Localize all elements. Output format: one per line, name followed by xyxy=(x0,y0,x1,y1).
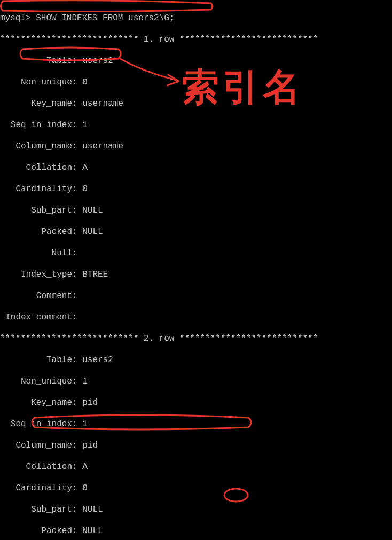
idx1-colname-value: username xyxy=(82,142,123,151)
idx1-null-label: Null xyxy=(0,248,72,259)
idx1-collation-value: A xyxy=(82,163,88,173)
idx1-nonunique-label: Non_unique xyxy=(0,77,72,88)
idx1-subpart-label: Sub_part xyxy=(0,205,72,216)
idx2-colname-label: Column_name xyxy=(0,440,72,451)
idx1-seq-value: 1 xyxy=(82,120,88,130)
command-1: SHOW INDEXES FROM users2\G; xyxy=(36,13,174,23)
idx1-seq-label: Seq_in_index xyxy=(0,120,72,130)
idx2-cardinality-value: 0 xyxy=(82,483,88,493)
idx2-packed-label: Packed xyxy=(0,526,72,536)
prompt: mysql> xyxy=(0,13,31,23)
idx1-idxtype-label: Index_type xyxy=(0,269,72,280)
idx1-keyname-label: Key_name xyxy=(0,98,72,109)
idx2-collation-value: A xyxy=(82,462,88,472)
idx2-packed-value: NULL xyxy=(82,526,103,536)
idx2-seq-label: Seq_in_index xyxy=(0,419,72,429)
row-separator-1: *************************** 1. row *****… xyxy=(0,34,392,45)
idx1-colname-label: Column_name xyxy=(0,141,72,152)
idx2-keyname-value: pid xyxy=(82,398,98,408)
idx1-nonunique-value: 0 xyxy=(82,77,88,87)
idx1-table-value: users2 xyxy=(82,56,113,66)
idx1-packed-label: Packed xyxy=(0,226,72,237)
idx2-cardinality-label: Cardinality xyxy=(0,483,72,494)
idx2-subpart-value: NULL xyxy=(82,505,103,514)
idx2-colname-value: pid xyxy=(82,441,98,450)
terminal-output: mysql> SHOW INDEXES FROM users2\G; *****… xyxy=(0,0,392,540)
idx2-nonunique-label: Non_unique xyxy=(0,376,72,387)
idx1-packed-value: NULL xyxy=(82,227,103,237)
idx2-keyname-label: Key_name xyxy=(0,397,72,408)
idx1-table-label: Table xyxy=(0,56,72,66)
prompt-line-1[interactable]: mysql> SHOW INDEXES FROM users2\G; xyxy=(0,13,392,24)
idx2-subpart-label: Sub_part xyxy=(0,504,72,515)
row-separator-2: *************************** 2. row *****… xyxy=(0,333,392,344)
idx2-seq-value: 1 xyxy=(82,419,88,429)
idx2-collation-label: Collation xyxy=(0,461,72,472)
idx1-subpart-value: NULL xyxy=(82,206,103,215)
idx2-table-label: Table xyxy=(0,355,72,365)
idx1-idxtype-value: BTREE xyxy=(82,270,108,279)
idx1-comment-label: Comment xyxy=(0,291,72,301)
idx1-idxcomment-label: Index_comment xyxy=(0,312,72,323)
idx1-keyname-value: username xyxy=(82,99,123,108)
idx1-cardinality-label: Cardinality xyxy=(0,184,72,194)
idx1-cardinality-value: 0 xyxy=(82,184,88,194)
idx1-collation-label: Collation xyxy=(0,162,72,173)
idx2-nonunique-value: 1 xyxy=(82,377,88,386)
idx2-table-value: users2 xyxy=(82,355,113,365)
